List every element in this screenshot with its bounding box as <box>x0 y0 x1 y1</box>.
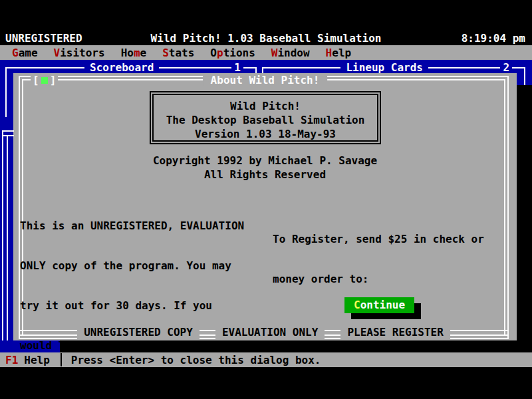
window-number: 1 <box>231 63 243 73</box>
copyright-block: Copyright 1992 by Michael P. Savage All … <box>13 154 517 182</box>
desktop: Scoreboard 1 Lineup Cards 2 [] About Wil… <box>0 60 532 352</box>
close-square-icon <box>41 77 48 84</box>
border-line <box>325 330 340 336</box>
title-bar: UNREGISTERED Wild Pitch! 1.03 Baseball S… <box>0 32 532 45</box>
app-title: Wild Pitch! 1.03 Baseball Simulation <box>0 32 532 45</box>
dialog-columns: This is an UNREGISTERED, EVALUATION ONLY… <box>20 193 507 399</box>
border-line <box>200 330 215 336</box>
notice-line: you'll have to register. When you <box>20 379 269 392</box>
register-line: To Register, send $25 in check or <box>273 233 492 246</box>
border-line <box>243 67 250 68</box>
border-line <box>269 67 340 68</box>
window-scoreboard-titlebar[interactable]: Scoreboard 1 <box>5 63 257 73</box>
dialog-shadow-bottom <box>60 340 532 352</box>
notice-line: This is an UNREGISTERED, EVALUATION <box>20 219 269 233</box>
border-line <box>159 67 231 68</box>
product-tagline: The Desktop Baseball Simulation <box>154 113 377 127</box>
window-title: Scoreboard <box>84 63 159 73</box>
border-line <box>512 67 519 68</box>
menu-item-game[interactable]: Game <box>12 47 38 59</box>
f1-help-key[interactable]: F1 <box>5 354 18 366</box>
continue-button[interactable]: Continue <box>344 297 414 313</box>
rights-line: All Rights Reserved <box>13 168 517 182</box>
bracket-right: ] <box>50 74 57 86</box>
dialog-title: About Wild Pitch! <box>203 74 328 86</box>
clock: 8:19:04 pm <box>462 32 525 45</box>
menu-item-window[interactable]: Window <box>271 47 310 59</box>
window-border-fragment <box>2 130 14 136</box>
product-name: Wild Pitch! <box>154 99 377 113</box>
window-border-fragment <box>524 73 525 85</box>
window-number: 2 <box>500 63 512 73</box>
border-line <box>12 67 84 68</box>
menu-bar: Game Visitors Home Stats Options Window … <box>0 45 532 60</box>
menu-item-visitors[interactable]: Visitors <box>54 47 105 59</box>
about-dialog: [] About Wild Pitch! Wild Pitch! The Des… <box>13 73 517 340</box>
border-line <box>19 330 77 336</box>
status-message: Press <Enter> to close this dialog box. <box>71 354 321 366</box>
bracket-left: [ <box>33 74 39 86</box>
footer-label-evaluation: EVALUATION ONLY <box>215 325 325 340</box>
menu-item-stats[interactable]: Stats <box>162 47 194 59</box>
window-border-fragment <box>5 73 7 117</box>
notice-line: try it out for 30 days. If you <box>20 299 269 313</box>
evaluation-notice: This is an UNREGISTERED, EVALUATION ONLY… <box>20 193 269 399</box>
status-divider <box>61 353 62 366</box>
product-version: Version 1.03 18-May-93 <box>154 127 377 141</box>
border-line <box>428 67 500 68</box>
border-line <box>450 330 509 336</box>
address-line: PO Box 536, Glen Ridge, NJ 07028 <box>287 392 492 399</box>
window-title: Lineup Cards <box>340 63 428 73</box>
dos-screen: { "colors": { "desktop_blue": "#0000A8",… <box>0 0 532 399</box>
version-info-box: Wild Pitch! The Desktop Baseball Simulat… <box>150 91 381 144</box>
window-lineup-cards-titlebar[interactable]: Lineup Cards 2 <box>262 63 525 73</box>
menu-item-options[interactable]: Options <box>210 47 255 59</box>
register-line: money order to: <box>273 273 492 286</box>
footer-label-unregistered: UNREGISTERED COPY <box>77 325 200 340</box>
status-bar: F1 Help Press <Enter> to close this dial… <box>0 352 532 367</box>
window-border-fragment <box>7 135 8 340</box>
window-border-fragment <box>2 130 3 340</box>
footer-label-register: PLEASE REGISTER <box>340 325 450 340</box>
menu-item-help[interactable]: Help <box>326 47 352 59</box>
dialog-close-button[interactable]: [] <box>31 74 58 86</box>
f1-help-label[interactable]: Help <box>24 354 50 366</box>
dialog-footer: UNREGISTERED COPY EVALUATION ONLY PLEASE… <box>19 325 509 340</box>
menu-item-home[interactable]: Home <box>121 47 147 59</box>
notice-line: ONLY copy of the program. You may <box>20 259 269 273</box>
dialog-shadow-right <box>517 85 532 352</box>
copyright-line: Copyright 1992 by Michael P. Savage <box>13 154 517 168</box>
